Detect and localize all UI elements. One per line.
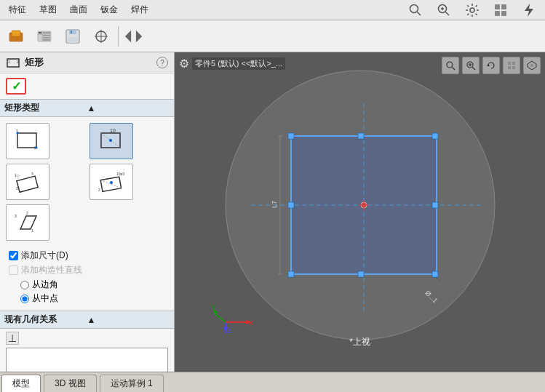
vp-display-icon[interactable] [523,57,541,74]
breadcrumb-text: 零件5 (默认) <<默认>_... [192,57,285,70]
panel-header: 12 矩形 ? [0,52,174,73]
add-construction-label: 添加构造性直线 [21,264,82,276]
svg-text:1: 1 [8,60,10,64]
svg-marker-30 [136,30,142,42]
rect-type-center3pt[interactable]: 10p3 2 [89,164,133,200]
svg-text:10: 10 [110,128,116,133]
rect-icon: 12 [6,55,20,70]
tab-sheetmetal[interactable]: 钣金 [95,2,124,17]
svg-text:2: 2 [17,60,19,64]
settings-icon[interactable] [459,0,485,23]
geo-relations-section-header[interactable]: 现有几何关系 ▲ [0,311,174,329]
panel-title: 矩形 [25,56,152,69]
bottom-tab-3dview[interactable]: 3D 视图 [44,375,97,392]
svg-text:Z: Z [227,327,231,333]
layer-icon[interactable] [488,0,514,23]
svg-rect-83 [288,202,294,208]
save-btn[interactable] [60,23,86,49]
svg-line-57 [453,68,456,71]
main-layout: 12 矩形 ? ✓ 矩形类型 ▲ 1 2 [0,52,545,372]
svg-text:X: X [249,319,253,327]
search-icon[interactable] [402,0,429,23]
from-center-radio[interactable] [20,295,29,303]
collapse-btn[interactable] [122,23,134,49]
axis-svg: Z X Y [211,293,255,333]
left-panel: 12 矩形 ? ✓ 矩形类型 ▲ 1 2 [0,52,175,372]
rect-types-section-header[interactable]: 矩形类型 ▲ [0,99,174,117]
viewport-breadcrumb: ⚙ 零件5 (默认) <<默认>_... [179,57,285,71]
svg-rect-80 [432,271,438,277]
svg-rect-8 [501,4,506,9]
add-dimension-checkbox[interactable] [9,251,18,260]
svg-rect-81 [358,133,364,139]
viewport-icons [442,57,541,74]
svg-point-0 [410,4,418,12]
svg-rect-65 [508,66,511,69]
from-corner-radio[interactable] [20,281,29,289]
svg-text:1◇: 1◇ [15,173,20,177]
add-construction-checkbox[interactable] [9,265,18,275]
add-construction-row: 添加构造性直线 [9,264,165,276]
help-icon[interactable]: ? [156,57,168,68]
svg-text:3: 3 [31,172,33,176]
rect-type-corner3pt[interactable]: 1◇ 3 2 [6,164,49,200]
collapse-icon: ▲ [87,103,170,113]
bottom-tab-model[interactable]: 模型 [1,375,41,392]
top-tabs: 特征 草图 曲面 钣金 焊件 [0,0,545,20]
svg-rect-82 [358,271,364,277]
svg-rect-43 [17,176,38,192]
shape-btn[interactable] [3,23,29,49]
svg-rect-64 [512,62,515,65]
rect-type-corner[interactable]: 1 2 [6,123,49,159]
tab-weld[interactable]: 焊件 [125,2,154,17]
svg-marker-62 [487,64,490,66]
svg-line-1 [418,12,421,15]
svg-text:2: 2 [16,186,18,191]
vp-rotate-icon[interactable] [482,57,500,74]
svg-point-37 [17,132,19,135]
svg-rect-66 [512,66,515,69]
svg-text:2: 2 [26,211,28,215]
rect-type-center[interactable]: 10 [89,123,133,159]
tab-features[interactable]: 特征 [3,2,32,17]
svg-point-41 [109,139,112,142]
svg-rect-63 [508,62,511,65]
tab-surface[interactable]: 曲面 [64,2,93,17]
svg-point-68 [530,64,533,67]
axis-indicator: Z X Y [211,293,255,335]
svg-text:10p3: 10p3 [116,172,124,176]
from-corner-row: 从边角 [9,279,165,291]
zoom-in-icon[interactable] [431,0,457,23]
svg-rect-7 [495,4,500,9]
svg-rect-84 [432,202,438,208]
rect-type-parallelogram[interactable]: 3 2 1 [6,204,49,241]
vp-zoom-icon[interactable] [462,57,480,74]
svg-rect-47 [100,177,121,191]
vp-search-icon[interactable] [442,57,459,74]
lightning-icon[interactable] [516,0,542,23]
from-corner-label: 从边角 [32,279,58,291]
svg-rect-13 [12,31,20,36]
geo-section: ⊥ [0,329,174,372]
expand-btn[interactable] [133,23,145,49]
svg-rect-23 [69,30,76,34]
svg-rect-78 [432,133,438,139]
svg-marker-52 [20,216,36,229]
circle-crosshair-btn[interactable] [88,23,114,49]
confirm-button[interactable]: ✓ [6,78,26,95]
svg-rect-25 [71,31,72,33]
bottom-tab-motion[interactable]: 运动算例 1 [100,375,164,392]
vp-layers-icon[interactable] [503,57,520,74]
toolbar-divider-1 [118,26,119,47]
svg-text:1: 1 [31,228,33,233]
svg-text:Y: Y [211,303,215,311]
svg-text:2: 2 [98,188,100,192]
breadcrumb-icon: ⚙ [179,57,189,71]
svg-point-6 [470,8,474,12]
svg-marker-11 [525,4,533,17]
tab-sketch[interactable]: 草图 [33,2,63,17]
svg-line-5 [446,12,450,15]
svg-line-96 [215,313,226,322]
geo-header: ⊥ [6,332,168,345]
list-btn[interactable] [31,23,57,49]
